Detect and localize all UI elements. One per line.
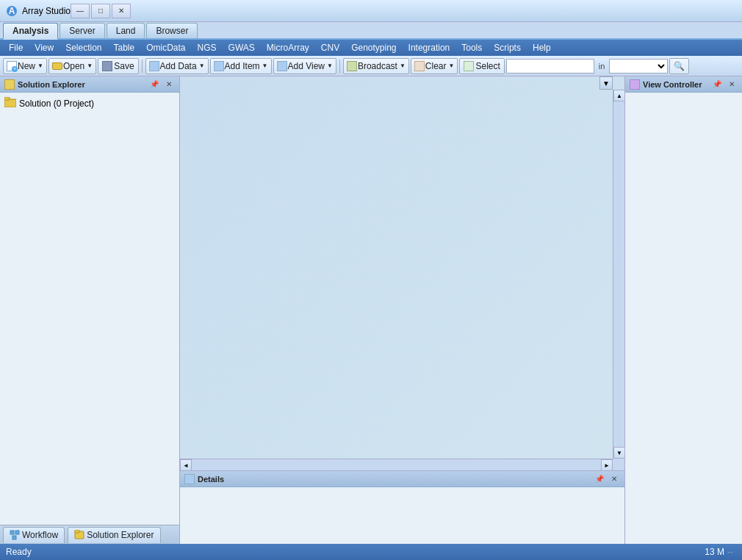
tab-land[interactable]: Land	[107, 23, 145, 38]
menu-integration[interactable]: Integration	[403, 41, 456, 54]
menu-table[interactable]: Table	[108, 41, 141, 54]
details-close-button[interactable]: ✕	[608, 473, 620, 485]
toolbar-sep-1	[142, 60, 143, 73]
add-view-dropdown-arrow: ▼	[327, 62, 333, 69]
status-text: Ready	[6, 547, 705, 557]
tab-workflow[interactable]: Workflow	[3, 527, 65, 543]
workflow-tab-label: Workflow	[22, 530, 58, 540]
broadcast-dropdown-arrow: ▼	[400, 62, 406, 69]
search-scope-select[interactable]	[609, 59, 668, 73]
vertical-scrollbar[interactable]: ▲ ▼	[613, 90, 624, 459]
app-icon: A	[6, 5, 18, 17]
svg-rect-8	[75, 530, 79, 533]
new-icon: +	[7, 61, 17, 71]
status-grip: ···	[727, 548, 736, 556]
save-icon	[102, 61, 112, 71]
save-button[interactable]: Save	[98, 58, 138, 74]
center-panel: ▼ ▲ ▼ ◄ ► Details 📌 ✕	[180, 76, 624, 544]
main-layout: Solution Explorer 📌 ✕ Solution (0 Projec…	[0, 76, 742, 544]
add-data-button[interactable]: Add Data ▼	[145, 58, 209, 74]
maximize-button[interactable]: □	[91, 4, 110, 18]
view-controller-header: View Controller 📌 ✕	[625, 76, 742, 93]
menu-omicdata[interactable]: OmicData	[140, 41, 191, 54]
in-label: in	[596, 60, 608, 72]
horizontal-scrollbar[interactable]: ◄ ►	[180, 459, 613, 470]
select-button[interactable]: Select	[459, 58, 504, 74]
view-controller-icon	[630, 79, 640, 90]
solution-label: Solution (0 Project)	[19, 98, 94, 109]
open-button[interactable]: Open ▼	[48, 58, 96, 74]
broadcast-icon	[347, 61, 357, 71]
add-view-icon	[277, 61, 287, 71]
details-icon	[184, 474, 195, 484]
menu-file[interactable]: File	[3, 41, 29, 54]
details-panel: Details 📌 ✕	[180, 470, 624, 544]
svg-rect-4	[10, 531, 14, 534]
tab-server[interactable]: Server	[60, 23, 104, 38]
scroll-down-arrow[interactable]: ▼	[613, 447, 625, 459]
details-content	[180, 487, 624, 544]
canvas-dropdown-button[interactable]: ▼	[599, 76, 613, 90]
solution-explorer-tab-icon	[74, 530, 84, 540]
scroll-right-arrow[interactable]: ►	[601, 459, 613, 471]
svg-rect-6	[12, 536, 16, 539]
menu-gwas[interactable]: GWAS	[223, 41, 261, 54]
menu-genotyping[interactable]: Genotyping	[345, 41, 402, 54]
details-actions: 📌 ✕	[594, 473, 620, 485]
scroll-up-arrow[interactable]: ▲	[613, 90, 625, 101]
solution-explorer-tab-label: Solution Explorer	[87, 530, 154, 540]
menu-cnv[interactable]: CNV	[315, 41, 345, 54]
menu-help[interactable]: Help	[527, 41, 557, 54]
details-header: Details 📌 ✕	[180, 471, 624, 487]
clear-icon	[414, 61, 425, 71]
search-button[interactable]: 🔍	[669, 58, 689, 74]
add-data-dropdown-arrow: ▼	[199, 62, 205, 69]
menu-tools[interactable]: Tools	[455, 41, 488, 54]
broadcast-button[interactable]: Broadcast ▼	[343, 58, 409, 74]
add-item-dropdown-arrow: ▼	[262, 62, 268, 69]
title-bar: A Array Studio — □ ✕	[0, 0, 742, 22]
tab-solution-explorer[interactable]: Solution Explorer	[68, 527, 160, 543]
menu-microarray[interactable]: MicroArray	[261, 41, 315, 54]
toolbar: + New ▼ Open ▼ Save Add Data ▼ Add Item …	[0, 56, 742, 76]
solution-tree-item[interactable]: Solution (0 Project)	[3, 96, 176, 111]
menu-view[interactable]: View	[29, 41, 60, 54]
clear-button[interactable]: Clear ▼	[411, 58, 458, 74]
solution-explorer-pin-button[interactable]: 📌	[148, 79, 160, 90]
view-controller-actions: 📌 ✕	[711, 79, 738, 90]
menu-ngs[interactable]: NGS	[192, 41, 223, 54]
add-data-icon	[149, 61, 159, 71]
add-item-button[interactable]: Add Item ▼	[210, 58, 272, 74]
open-dropdown-arrow: ▼	[87, 62, 93, 69]
solution-explorer-close-button[interactable]: ✕	[163, 79, 175, 90]
scroll-left-arrow[interactable]: ◄	[180, 459, 192, 471]
view-controller-pin-button[interactable]: 📌	[711, 79, 723, 90]
close-button[interactable]: ✕	[112, 4, 131, 18]
tab-analysis[interactable]: Analysis	[3, 23, 58, 40]
open-icon	[52, 62, 62, 70]
menu-scripts[interactable]: Scripts	[488, 41, 527, 54]
search-icon: 🔍	[674, 61, 685, 71]
solution-explorer-title: Solution Explorer	[18, 80, 148, 89]
new-button[interactable]: + New ▼	[3, 58, 47, 74]
center-canvas-area: ▼ ▲ ▼ ◄ ►	[180, 76, 624, 470]
tab-browser[interactable]: Browser	[146, 23, 198, 38]
add-view-button[interactable]: Add View ▼	[273, 58, 336, 74]
menu-selection[interactable]: Selection	[60, 41, 107, 54]
solution-explorer-icon	[4, 79, 15, 90]
search-input[interactable]	[506, 59, 594, 73]
minimize-button[interactable]: —	[71, 4, 90, 18]
details-pin-button[interactable]: 📌	[594, 473, 605, 485]
view-controller-title: View Controller	[643, 80, 711, 89]
scrollbar-corner	[613, 459, 624, 470]
right-panel: View Controller 📌 ✕	[624, 76, 742, 544]
left-panel: Solution Explorer 📌 ✕ Solution (0 Projec…	[0, 76, 180, 544]
solution-explorer-content: Solution (0 Project)	[0, 93, 179, 525]
view-controller-close-button[interactable]: ✕	[726, 79, 738, 90]
svg-rect-5	[15, 531, 19, 534]
new-dropdown-arrow: ▼	[37, 62, 43, 69]
center-canvas	[180, 76, 624, 470]
solution-explorer-actions: 📌 ✕	[148, 79, 175, 90]
view-controller-content	[625, 93, 742, 544]
clear-dropdown-arrow: ▼	[449, 62, 455, 69]
